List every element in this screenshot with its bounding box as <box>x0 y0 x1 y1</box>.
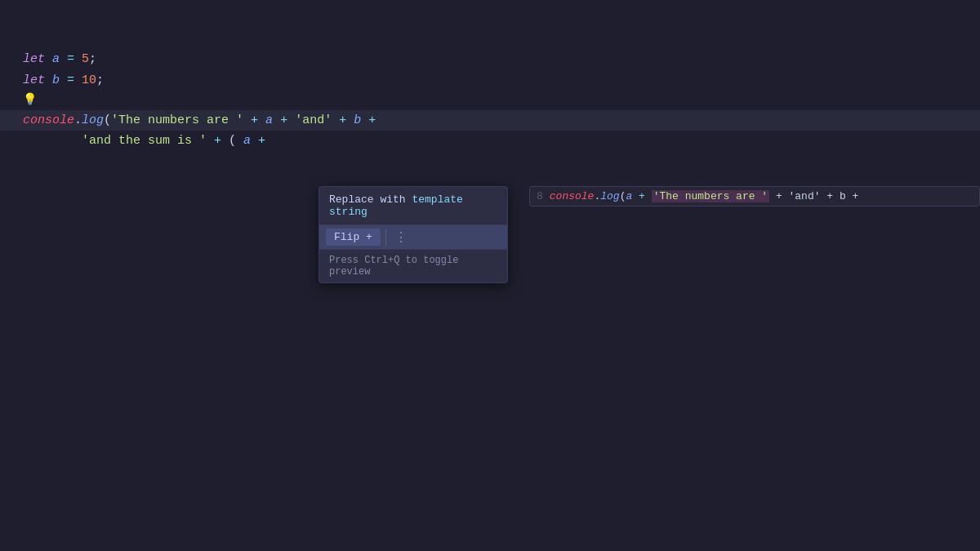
str-and: 'and' <box>295 110 332 131</box>
var-a-ref: a <box>265 110 273 131</box>
plus-2: + <box>273 110 295 131</box>
code-line-2: let b = 10; <box>23 70 980 91</box>
dot-1: . <box>74 110 82 131</box>
str-the-numbers: 'The numbers are ' <box>111 110 243 131</box>
var-b-ref: b <box>354 110 361 131</box>
preview-console: console <box>550 190 595 202</box>
plus-6: + <box>251 131 265 152</box>
log-fn: log <box>82 110 104 131</box>
var-b: b <box>52 70 60 91</box>
popup-highlight-text: template string <box>329 193 463 218</box>
str-and-sum: 'and the sum is ' <box>82 131 207 152</box>
more-options-button[interactable]: ⋮ <box>391 229 411 246</box>
plus-5: + <box>207 131 229 152</box>
popup-header: Replace with template string <box>319 187 507 225</box>
console-obj: console <box>23 110 74 131</box>
indent <box>23 131 82 152</box>
preview-line-number: 8 <box>537 190 543 202</box>
plus-3: + <box>332 110 354 131</box>
lightbulb-icon: 💡 <box>23 91 37 110</box>
preview-rest: + 'and' + b + <box>769 190 858 202</box>
preview-log: log <box>600 190 619 202</box>
operator-eq: = <box>60 49 82 70</box>
code-line-4: console.log('The numbers are ' + a + 'an… <box>0 110 980 131</box>
preview-paren: ( <box>620 190 626 202</box>
code-line-3: 💡 <box>23 91 980 110</box>
semicolon: ; <box>89 49 96 70</box>
plus-4: + <box>361 110 376 131</box>
semicolon-2: ; <box>96 70 104 91</box>
keyword-let: let <box>23 49 52 70</box>
plus-1: + <box>243 110 265 131</box>
preview-dot: . <box>594 190 600 202</box>
code-line-1: let a = 5; <box>23 49 980 70</box>
code-line-5: 'and the sum is ' + ( a + <box>23 131 980 152</box>
preview-str-highlight: 'The numbers are ' <box>652 190 769 202</box>
flip-divider <box>385 229 386 246</box>
paren-open-2: ( <box>229 131 243 152</box>
var-a-ref-2: a <box>243 131 251 152</box>
popup-flip-row: Flip + ⋮ <box>319 225 507 250</box>
code-editor: let a = 5; let b = 10; 💡 console.log('Th… <box>0 0 980 551</box>
popup-hint: Press Ctrl+Q to toggle preview <box>319 250 507 282</box>
refactor-popup: Replace with template string Flip + ⋮ Pr… <box>318 186 508 283</box>
preview-plus: + <box>632 190 651 202</box>
flip-button[interactable]: Flip + <box>326 229 381 246</box>
paren-open: ( <box>104 110 111 131</box>
var-a: a <box>52 49 60 70</box>
num-10: 10 <box>82 70 96 91</box>
keyword-let-2: let <box>23 70 52 91</box>
num-5: 5 <box>82 49 89 70</box>
preview-bar: 8 console.log(a + 'The numbers are ' + '… <box>529 186 980 207</box>
operator-eq-2: = <box>60 70 82 91</box>
preview-var-a: a <box>626 190 632 202</box>
